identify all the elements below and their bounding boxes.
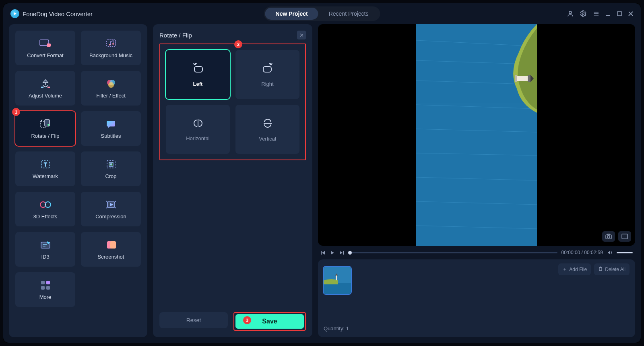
tool-compression[interactable]: Compression — [81, 192, 141, 226]
tab-recent-projects[interactable]: Recent Projects — [318, 8, 379, 20]
flip-vertical-option[interactable]: Vertical — [235, 105, 299, 154]
background-music-icon — [104, 38, 118, 49]
panel-actions: Reset 3 Save — [159, 312, 306, 331]
delete-all-label: Delete All — [605, 267, 625, 272]
tool-watermark[interactable]: T Watermark — [15, 151, 75, 186]
svg-marker-0 — [14, 12, 17, 15]
svg-rect-65 — [622, 234, 627, 239]
svg-rect-40 — [46, 281, 50, 284]
progress-bar[interactable] — [348, 252, 557, 253]
tool-rotate-flip[interactable]: 1 Rotate / Flip — [15, 111, 75, 146]
delete-all-button[interactable]: Delete All — [594, 263, 630, 275]
add-file-button[interactable]: ＋ Add File — [558, 263, 591, 275]
svg-marker-71 — [608, 251, 610, 255]
rotate-right-label: Right — [261, 81, 273, 87]
play-icon[interactable] — [330, 250, 335, 255]
titlebar: FoneDog Video Converter New Project Rece… — [3, 3, 641, 24]
crop-icon — [104, 159, 118, 170]
header-tabs: New Project Recent Projects — [264, 6, 380, 21]
svg-rect-39 — [41, 281, 45, 284]
reset-button[interactable]: Reset — [159, 312, 228, 328]
svg-point-2 — [582, 13, 584, 15]
rotate-right-option[interactable]: Right — [235, 50, 299, 99]
svg-rect-77 — [336, 276, 337, 280]
panel-close-button[interactable]: ✕ — [297, 31, 306, 39]
tool-subtitles[interactable]: Subtitles — [81, 111, 141, 146]
tool-id3[interactable]: ID3 — [15, 232, 75, 267]
tool-label: Screenshot — [98, 254, 124, 260]
svg-rect-59 — [528, 75, 530, 82]
player-controls: 00:00:00 / 00:02:59 — [318, 250, 635, 255]
panel-title: Rotate / Flip — [159, 32, 192, 39]
filter-effect-icon — [104, 78, 118, 89]
tool-crop[interactable]: Crop — [81, 151, 141, 186]
volume-icon[interactable] — [607, 250, 613, 255]
svg-point-20 — [108, 82, 114, 88]
panel-header: Rotate / Flip ✕ — [159, 31, 306, 39]
trash-icon — [598, 266, 603, 272]
adjust-volume-icon — [38, 78, 53, 89]
snapshot-icon[interactable] — [602, 231, 615, 242]
next-icon[interactable] — [339, 250, 344, 255]
prev-icon[interactable] — [320, 250, 326, 255]
rotate-flip-panel: Rotate / Flip ✕ 2 Left Right — [153, 24, 312, 337]
svg-point-23 — [47, 124, 49, 126]
maximize-icon[interactable] — [617, 11, 622, 17]
file-list-panel: ＋ Add File Delete All Quantity: 1 — [318, 259, 635, 337]
more-icon — [38, 280, 53, 291]
svg-rect-16 — [41, 87, 43, 88]
preview-overlay-buttons — [602, 231, 631, 242]
svg-rect-7 — [617, 12, 621, 16]
svg-marker-67 — [322, 251, 325, 255]
rotate-options-grid: Left Right Horizontal Vertical — [166, 50, 299, 154]
tab-new-project[interactable]: New Project — [265, 8, 318, 20]
id3-icon — [38, 239, 53, 251]
tool-label: Rotate / Flip — [31, 133, 59, 139]
rotate-flip-icon — [38, 118, 53, 130]
tool-screenshot[interactable]: Screenshot — [81, 232, 141, 267]
tool-background-music[interactable]: Background Music — [81, 31, 141, 65]
tool-adjust-volume[interactable]: Adjust Volume — [15, 71, 75, 106]
tool-3d-effects[interactable]: 3D Effects — [15, 192, 75, 226]
volume-slider[interactable] — [617, 252, 633, 253]
file-thumbnail[interactable] — [324, 267, 351, 294]
compression-icon — [104, 199, 118, 210]
file-actions: ＋ Add File Delete All — [558, 263, 630, 275]
tool-label: Filter / Effect — [96, 93, 126, 99]
tool-more[interactable]: More — [15, 272, 75, 307]
save-button-callout: 3 Save — [233, 312, 306, 331]
svg-rect-61 — [515, 75, 517, 82]
menu-icon[interactable] — [592, 10, 600, 17]
subtitles-icon — [104, 118, 118, 130]
tool-convert-format[interactable]: Convert Format — [15, 31, 75, 65]
preview-frame — [416, 24, 537, 246]
flip-horizontal-option[interactable]: Horizontal — [166, 105, 230, 154]
tool-filter-effect[interactable]: Filter / Effect — [81, 71, 141, 106]
svg-rect-76 — [324, 283, 351, 294]
settings-icon[interactable] — [580, 10, 587, 17]
rotate-left-option[interactable]: Left — [166, 50, 230, 99]
rotate-options-callout: 2 Left Right Horizontal — [159, 44, 306, 160]
svg-point-28 — [110, 164, 112, 165]
account-icon[interactable] — [567, 10, 574, 17]
minimize-icon[interactable] — [605, 11, 611, 17]
tool-label: Adjust Volume — [29, 93, 62, 99]
svg-point-1 — [569, 11, 572, 14]
app-window: FoneDog Video Converter New Project Rece… — [3, 3, 641, 343]
tool-label: Crop — [105, 173, 116, 179]
svg-rect-72 — [599, 267, 602, 271]
flip-vertical-label: Vertical — [259, 136, 276, 142]
tool-label: Background Music — [89, 52, 132, 58]
tool-label: Convert Format — [27, 52, 63, 58]
tool-label: ID3 — [41, 254, 49, 260]
add-file-label: Add File — [569, 267, 587, 272]
time-display: 00:00:00 / 00:02:59 — [561, 250, 603, 255]
close-icon[interactable] — [628, 11, 634, 17]
svg-rect-38 — [110, 241, 116, 249]
svg-text:T: T — [44, 162, 47, 168]
fullscreen-icon[interactable] — [618, 231, 631, 242]
screenshot-icon — [104, 239, 118, 251]
svg-point-14 — [112, 43, 114, 45]
app-logo: FoneDog Video Converter — [10, 9, 93, 18]
convert-format-icon — [38, 38, 53, 49]
